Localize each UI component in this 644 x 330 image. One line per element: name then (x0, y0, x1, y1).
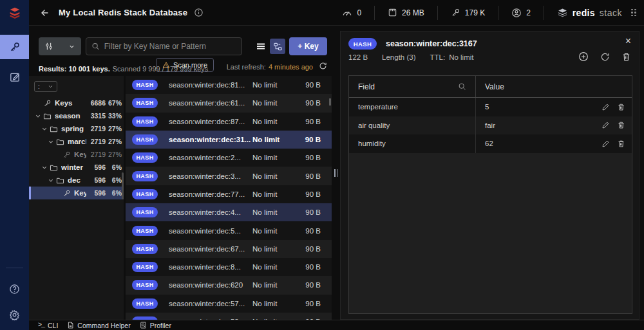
nav-workbench[interactable] (0, 64, 29, 90)
scan-more-button[interactable]: Scan more (156, 58, 214, 72)
delete-field-button[interactable] (617, 140, 625, 148)
tree-item-keys[interactable]: Keys5966% (29, 187, 124, 199)
tree-item-count: 3315 (86, 112, 106, 120)
edit-field-button[interactable] (601, 103, 610, 111)
tree-item-label: Keys (55, 99, 86, 107)
key-type-badge: HASH (132, 262, 158, 272)
chevron-down-icon[interactable] (47, 138, 55, 145)
left-nav (0, 26, 29, 330)
key-row[interactable]: HASHseason:winter:dec:3...No limit90 B (126, 167, 332, 185)
key-row-name: season:winter:dec:87... (169, 118, 252, 125)
cli-button[interactable]: >_ CLI (38, 322, 58, 329)
field-row[interactable]: temperature5 (349, 98, 632, 116)
bottom-bar: >_ CLI Command Helper Profiler (29, 320, 644, 330)
refresh-button[interactable] (319, 62, 327, 71)
command-helper-button[interactable]: Command Helper (67, 322, 130, 329)
tree-item-percent: 6% (106, 176, 122, 184)
key-row-ttl: No limit (252, 136, 301, 143)
info-icon[interactable] (194, 8, 204, 17)
tree-item-dec[interactable]: dec5966% (29, 174, 124, 187)
key-row-name: season:winter:dec:77... (169, 190, 252, 198)
delete-key-button[interactable] (621, 52, 631, 62)
key-row[interactable]: HASHseason:winter:dec:8...No limit90 B (126, 258, 332, 276)
key-length: Length (3) (382, 53, 415, 61)
tree-item-march[interactable]: march271927% (29, 135, 124, 148)
key-row[interactable]: HASHseason:winter:dec:61...No limit90 B (126, 94, 332, 112)
redis-logo[interactable] (0, 0, 29, 26)
nav-divider (6, 268, 23, 268)
key-row[interactable]: HASHseason:winter:dec:2...No limit90 B (126, 149, 332, 167)
chevron-down-icon[interactable] (41, 125, 48, 133)
folder-icon (56, 138, 64, 146)
key-type-badge: HASH (132, 134, 158, 145)
results-count: Results: 10 001 keys. (39, 65, 110, 73)
value-column-header: Value (476, 76, 632, 97)
key-ttl[interactable]: TTL:No limit (430, 53, 474, 61)
key-search[interactable] (86, 37, 242, 55)
filter-sliders-icon (44, 42, 53, 51)
key-row-name: season:winter:dec:31... (169, 136, 252, 143)
back-button[interactable] (39, 8, 50, 18)
key-row[interactable]: HASHseason:winter:dec:31...No limit90 B (126, 131, 332, 149)
key-row[interactable]: HASHseason:winter:dec:58...No limit90 B (126, 313, 332, 320)
key-list: HASHseason:winter:dec:81...No limit90 BH… (126, 76, 332, 320)
key-row[interactable]: HASHseason:winter:dec:4...No limit90 B (126, 203, 332, 221)
key-row-size: 90 B (301, 118, 332, 125)
overflow-menu[interactable] (631, 9, 636, 17)
panel-resize-handle[interactable] (334, 169, 339, 178)
add-field-button[interactable] (578, 51, 589, 62)
key-row[interactable]: HASHseason:winter:dec:620No limit90 B (126, 276, 332, 294)
edit-field-button[interactable] (601, 140, 610, 148)
tree-item-label: winter (61, 163, 86, 171)
key-row[interactable]: HASHseason:winter:dec:77...No limit90 B (126, 185, 332, 203)
tree-item-keys[interactable]: Keys271927% (29, 148, 124, 161)
key-row-size: 90 B (301, 154, 332, 161)
delete-field-button[interactable] (617, 103, 625, 111)
tree-view-button[interactable] (270, 39, 285, 54)
key-row-ttl: No limit (252, 208, 301, 216)
field-row[interactable]: air qualityfair (349, 116, 632, 135)
nav-help[interactable] (0, 276, 29, 302)
key-row-name: season:winter:dec:620 (169, 281, 252, 289)
key-row[interactable]: HASHseason:winter:dec:57...No limit90 B (126, 295, 332, 313)
profiler-button[interactable]: Profiler (140, 322, 171, 329)
nav-settings[interactable] (0, 302, 29, 327)
tree-item-keys[interactable]: Keys668667% (29, 96, 124, 109)
nav-browser[interactable] (0, 35, 29, 59)
tree-scrollbar[interactable] (122, 172, 124, 199)
delete-field-button[interactable] (617, 121, 625, 129)
tree-item-spring[interactable]: spring271927% (29, 122, 124, 135)
stat-commands: 0 (329, 6, 375, 20)
chevron-down-icon[interactable] (41, 164, 48, 171)
key-name[interactable]: season:winter:dec:3167 (386, 39, 477, 48)
key-row-ttl: No limit (252, 245, 301, 253)
add-key-button[interactable]: + Key (289, 37, 327, 55)
keylist-scrollbar[interactable] (329, 98, 331, 105)
refresh-key-button[interactable] (600, 52, 610, 62)
list-view-icon (256, 41, 266, 51)
key-row[interactable]: HASHseason:winter:dec:5...No limit90 B (126, 221, 332, 239)
trash-icon (617, 121, 625, 129)
close-details-button[interactable]: × (625, 35, 631, 47)
key-row-size: 90 B (301, 208, 332, 216)
key-type-badge: HASH (132, 116, 158, 127)
key-row[interactable]: HASHseason:winter:dec:67...No limit90 B (126, 240, 332, 258)
field-row[interactable]: humidity62 (349, 134, 632, 153)
key-row[interactable]: HASHseason:winter:dec:81...No limit90 B (126, 76, 332, 94)
trash-icon (617, 103, 625, 111)
key-row[interactable]: HASHseason:winter:dec:87...No limit90 B (126, 113, 332, 131)
trash-icon (621, 52, 631, 62)
chevron-down-icon[interactable] (47, 177, 55, 184)
tree-item-winter[interactable]: winter5966% (29, 161, 124, 174)
search-field-icon[interactable] (458, 82, 466, 91)
key-row-size: 90 B (301, 81, 332, 89)
tree-item-season[interactable]: season331533% (29, 109, 124, 122)
chevron-down-icon[interactable] (34, 113, 42, 120)
list-view-button[interactable] (253, 39, 269, 54)
delimiter-dropdown[interactable]: : (34, 81, 57, 92)
filter-type-dropdown[interactable] (39, 37, 81, 55)
search-input[interactable] (104, 42, 236, 51)
edit-field-button[interactable] (601, 121, 610, 129)
key-row-name: season:winter:dec:81... (169, 81, 252, 89)
tree-item-percent: 6% (106, 163, 122, 171)
